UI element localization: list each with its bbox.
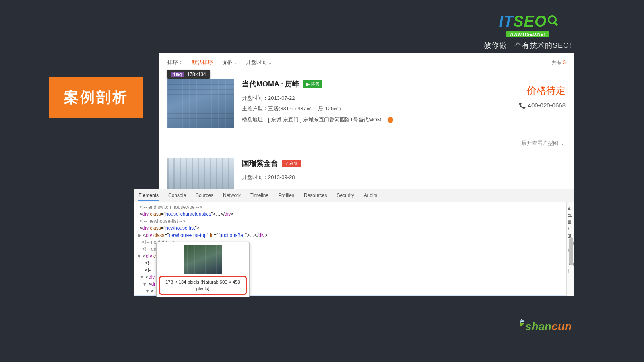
listing-thumbnail[interactable] [167, 79, 234, 128]
logo-it: IT [499, 13, 513, 30]
phone-icon: 📞 [519, 102, 526, 109]
sort-price[interactable]: 价格⌄ [222, 59, 237, 66]
expand-floorplan[interactable]: 展开查看户型图⌄ [159, 136, 574, 151]
listing-title[interactable]: 当代MOMA · 历峰 [242, 79, 299, 89]
address: 楼盘地址：[ 东城 东直门 ] 东城东直门香河园路1号当代MOM... ⬤ [242, 114, 566, 125]
sort-opentime[interactable]: 开盘时间⌄ [246, 59, 272, 66]
tab-security[interactable]: Security [336, 191, 355, 200]
footer-band: 🍃shancun [0, 296, 644, 362]
tab-profiles[interactable]: Profiles [277, 191, 295, 200]
tab-elements[interactable]: Elements [138, 191, 159, 201]
open-time: 开盘时间：2013-09-28 [242, 172, 566, 183]
leaf-icon: 🍃 [517, 319, 525, 326]
case-analysis-text: 案例剖析 [64, 88, 128, 107]
tab-network[interactable]: Network [222, 191, 242, 200]
price: 价格待定 [519, 84, 566, 97]
sort-label: 排序： [167, 59, 183, 66]
play-icon: ▶ [306, 82, 310, 87]
total-count: 共有 3 [552, 59, 566, 66]
dom-tree[interactable]: <!-- end switch housetype --> <div class… [134, 202, 566, 297]
tab-audits[interactable]: Audits [363, 191, 378, 200]
magnifier-icon [548, 15, 557, 24]
watermark: 🍃shancun [517, 319, 572, 333]
sort-opentime-label: 开盘时间 [246, 59, 267, 66]
tooltip-dimensions: 178 × 134 pixels (Natural: 600 × 450 pix… [159, 276, 247, 295]
tab-timeline[interactable]: Timeline [250, 191, 269, 200]
location-pin-icon[interactable]: ⬤ [387, 116, 394, 123]
tab-console[interactable]: Console [167, 191, 187, 200]
sort-bar: 排序： 默认排序 价格⌄ 开盘时间⌄ 共有 3 [159, 53, 574, 72]
status-badge: ✓在售 [282, 160, 301, 167]
case-analysis-title: 案例剖析 [49, 77, 143, 118]
image-hover-tooltip: 178 × 134 pixels (Natural: 600 × 450 pix… [156, 242, 250, 297]
slogan: 教你做一个有技术的SEO! [484, 41, 572, 50]
check-icon: ✓ [285, 161, 289, 166]
sort-default[interactable]: 默认排序 [192, 59, 213, 66]
listing-1: 当代MOMA · 历峰 ▶待售 开盘时间：2013-07-22 主推户型：三居(… [159, 72, 574, 136]
chevron-down-icon: ⌄ [268, 60, 272, 65]
brand-logo: ITSEO WWW.ITSEO.NET 教你做一个有技术的SEO! [484, 13, 572, 50]
phone[interactable]: 📞400-020-0668 [519, 102, 566, 109]
logo-seo: SEO [513, 13, 547, 30]
status-badge: ▶待售 [303, 80, 322, 88]
devtools-tabs: Elements Console Sources Network Timelin… [134, 189, 574, 202]
open-time: 开盘时间：2013-07-22 [242, 93, 566, 103]
tab-sources[interactable]: Sources [195, 191, 214, 200]
house-type: 主推户型：三居(331㎡) 437㎡ 二居(125㎡) [242, 103, 566, 114]
sort-price-label: 价格 [222, 59, 232, 66]
scrollbar-thumb[interactable] [569, 237, 573, 265]
logo-url: WWW.ITSEO.NET [506, 31, 549, 37]
tooltip-thumbnail [184, 245, 222, 274]
listing-title[interactable]: 国瑞紫金台 [242, 158, 278, 168]
chevron-down-icon: ⌄ [561, 141, 564, 146]
devtools-panel: Elements Console Sources Network Timelin… [134, 189, 574, 296]
chevron-down-icon: ⌄ [234, 60, 237, 65]
tab-resources[interactable]: Resources [303, 191, 328, 200]
